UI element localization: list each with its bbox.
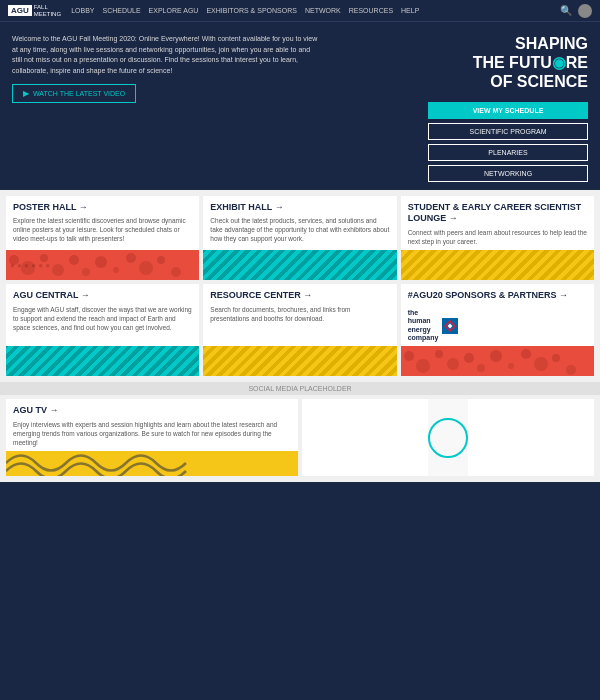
poster-hall-desc: Explore the latest scientific discoverie… [13,216,192,243]
svg-point-18 [435,350,443,358]
scientific-program-button[interactable]: SCIENTIFIC PROGRAM [428,123,588,140]
exhibit-hall-content: EXHIBIT HALL → Check out the latest prod… [203,196,396,251]
poster-hall-content: POSTER HALL → Explore the latest scienti… [6,196,199,251]
nav-right: 🔍 [560,4,592,18]
svg-point-27 [566,365,576,375]
student-lounge-card[interactable]: STUDENT & EARLY CAREER SCIENTIST LOUNGE … [401,196,594,281]
nav-explore[interactable]: EXPLORE AGU [149,7,199,14]
nav-lobby[interactable]: LOBBY [71,7,94,14]
agu-central-desc: Engage with AGU staff, discover the ways… [13,305,192,332]
resource-center-pattern [203,346,396,376]
user-avatar[interactable] [578,4,592,18]
svg-point-26 [552,354,560,362]
networking-button[interactable]: NETWORKING [428,165,588,182]
view-schedule-button[interactable]: VIEW MY SCHEDULE [428,102,588,119]
sponsor-logo-area: the human energy company [408,309,459,343]
future-dot: ◉ [552,54,566,71]
svg-point-10 [157,256,165,264]
agu-tv-desc: Enjoy interviews with experts and sessio… [13,420,291,447]
sponsors-pattern-svg [401,346,594,376]
agu-tv-pattern-svg [6,451,298,476]
agu-central-pattern [6,346,199,376]
nav-links-container: LOBBY SCHEDULE EXPLORE AGU EXHIBITORS & … [71,7,560,14]
hero-right: SHAPING THE FUTU◉RE OF SCIENCE VIEW MY S… [331,34,588,182]
svg-point-2 [40,254,48,262]
sponsors-pattern [401,346,594,376]
sponsors-title: #AGU20 SPONSORS & PARTNERS → [408,290,568,302]
plenaries-button[interactable]: PLENARIES [428,144,588,161]
svg-point-25 [534,357,548,371]
svg-point-0 [9,255,19,265]
svg-point-20 [464,353,474,363]
svg-point-21 [477,364,485,372]
logo-agu-text: AGU [8,5,32,16]
poster-hall-card[interactable]: POSTER HALL → Explore the latest scienti… [6,196,199,281]
svg-point-3 [52,264,64,276]
svg-point-11 [171,267,181,277]
search-icon[interactable]: 🔍 [560,5,572,16]
agu-tv-card[interactable]: AGU TV → Enjoy interviews with experts a… [6,399,298,476]
play-icon: ▶ [23,89,29,98]
svg-point-23 [508,363,514,369]
video-loading-circle [428,418,468,458]
svg-point-22 [490,350,502,362]
student-lounge-desc: Connect with peers and learn about resou… [408,228,587,246]
svg-point-7 [113,267,119,273]
poster-hall-title: POSTER HALL → [13,202,192,214]
watch-video-label: WATCH THE LATEST VIDEO [33,90,125,97]
nav-resources[interactable]: RESOURCES [349,7,393,14]
exhibit-hall-desc: Check out the latest products, services,… [210,216,389,243]
nav-exhibitors[interactable]: EXHIBITORS & SPONSORS [206,7,297,14]
social-media-placeholder: SOCIAL MEDIA PLACEHOLDER [0,382,600,395]
agu-central-title: AGU CENTRAL → [13,290,192,302]
student-lounge-title: STUDENT & EARLY CAREER SCIENTIST LOUNGE … [408,202,587,225]
nav-help[interactable]: HELP [401,7,419,14]
svg-point-8 [126,253,136,263]
hero-section: Welcome to the AGU Fall Meeting 2020: On… [0,22,600,190]
student-lounge-pattern [401,250,594,280]
video-placeholder-card [302,399,594,476]
svg-point-4 [69,255,79,265]
sponsors-card[interactable]: #AGU20 SPONSORS & PARTNERS → the human e… [401,284,594,376]
svg-point-1 [21,261,35,275]
human-energy-text: the human energy company [408,309,439,343]
hero-title-line1: SHAPING [473,34,588,53]
exhibit-hall-pattern [203,250,396,280]
agu-tv-title: AGU TV → [13,405,291,417]
navigation: AGU FALLMEETING LOBBY SCHEDULE EXPLORE A… [0,0,600,22]
resource-center-desc: Search for documents, brochures, and lin… [210,305,389,323]
nav-network[interactable]: NETWORK [305,7,341,14]
svg-point-9 [139,261,153,275]
exhibit-hall-title: EXHIBIT HALL → [210,202,389,214]
hero-left: Welcome to the AGU Fall Meeting 2020: On… [12,34,321,182]
agu-tv-content: AGU TV → Enjoy interviews with experts a… [6,399,298,451]
poster-hall-pattern-svg [6,250,199,280]
logo-fall-text: FALLMEETING [34,4,61,17]
nav-schedule[interactable]: SCHEDULE [102,7,140,14]
resource-center-title: RESOURCE CENTER → [210,290,389,302]
hero-title-line2: THE FUTU◉RE [473,53,588,72]
agu-tv-pattern [6,451,298,476]
agu-central-card[interactable]: AGU CENTRAL → Engage with AGU staff, dis… [6,284,199,376]
svg-point-19 [447,358,459,370]
cards-grid: POSTER HALL → Explore the latest scienti… [0,190,600,383]
hero-title-line3: OF SCIENCE [473,72,588,91]
svg-point-24 [521,349,531,359]
sponsors-content: #AGU20 SPONSORS & PARTNERS → the human e… [401,284,594,346]
agu-logo[interactable]: AGU FALLMEETING [8,4,61,17]
hero-title: SHAPING THE FUTU◉RE OF SCIENCE [473,34,588,92]
chevron-logo-icon [442,318,458,334]
svg-point-5 [82,268,90,276]
video-placeholder [428,399,468,476]
hero-tagline: Welcome to the AGU Fall Meeting 2020: On… [12,34,321,76]
svg-point-16 [404,351,414,361]
watch-video-button[interactable]: ▶ WATCH THE LATEST VIDEO [12,84,136,103]
svg-point-17 [416,359,430,373]
agu-central-content: AGU CENTRAL → Engage with AGU staff, dis… [6,284,199,346]
bottom-section: AGU TV → Enjoy interviews with experts a… [0,395,600,482]
svg-point-6 [95,256,107,268]
poster-hall-pattern [6,250,199,280]
resource-center-card[interactable]: RESOURCE CENTER → Search for documents, … [203,284,396,376]
student-lounge-content: STUDENT & EARLY CAREER SCIENTIST LOUNGE … [401,196,594,251]
exhibit-hall-card[interactable]: EXHIBIT HALL → Check out the latest prod… [203,196,396,281]
